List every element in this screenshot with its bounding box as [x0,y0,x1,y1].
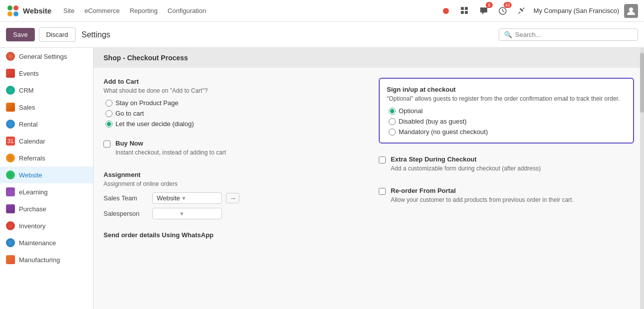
whatsapp-title: Send order details Using WhatsApp [104,231,359,239]
radio-let-user-decide[interactable]: Let the user decide (dialog) [106,120,359,128]
sidebar-item-rental[interactable]: Rental [0,116,93,133]
sidebar-label-calendar: Calendar [19,138,45,145]
svg-rect-5 [465,7,468,10]
sales-team-link-btn[interactable]: → [226,193,239,203]
sidebar-item-purchase[interactable]: Purchase [0,200,93,217]
sidebar-label-elearning: eLearning [19,188,48,196]
app-name: Website [23,6,51,15]
purchase-icon [6,204,15,213]
sidebar-item-events[interactable]: Events [0,65,93,82]
radio-stay-label: Stay on Product Page [115,99,178,107]
reorder-block: Re-order From Portal Allow your customer… [379,187,634,208]
sidebar-item-sales[interactable]: Sales [0,99,93,116]
reorder-desc: Allow your customer to add products from… [391,196,574,203]
svg-point-1 [13,5,18,10]
svg-point-3 [13,11,18,16]
content-body: Add to Cart What should be done on "Add … [94,68,644,261]
status-dot[interactable] [439,4,453,18]
crm-icon [6,86,15,95]
nav-reporting[interactable]: Reporting [125,5,161,16]
sidebar-label-sales: Sales [19,104,35,111]
grid-icon [460,6,469,15]
svg-line-10 [503,11,504,12]
sidebar-item-maintenance[interactable]: Maintenance [0,234,93,251]
sidebar-item-website[interactable]: Website [0,166,93,183]
assignment-desc: Assignment of online orders [104,180,359,187]
assignment-title: Assignment [104,171,359,178]
svg-point-2 [7,11,12,16]
radio-disabled[interactable]: Disabled (buy as guest) [389,118,626,125]
radio-decide-input[interactable] [106,121,112,128]
reorder-checkbox[interactable] [379,188,386,195]
extra-step-checkbox[interactable] [379,156,386,163]
buy-now-desc: Instant checkout, instead of adding to c… [115,149,226,156]
sidebar-item-elearning[interactable]: eLearning [0,183,93,200]
salesperson-label: Salesperson [104,210,148,217]
radio-stay-on-page[interactable]: Stay on Product Page [106,99,359,107]
app-logo[interactable]: Website [6,4,51,18]
buy-now-block: Buy Now Instant checkout, instead of add… [104,140,359,161]
sidebar-item-general-settings[interactable]: General Settings [0,48,93,65]
nav-configuration[interactable]: Configuration [164,5,210,16]
sidebar-label-manufacturing: Manufacturing [19,256,60,264]
reorder-content: Re-order From Portal Allow your customer… [391,187,574,208]
search-input[interactable] [515,31,633,38]
buy-now-content: Buy Now Instant checkout, instead of add… [115,140,226,161]
manufacturing-icon [6,255,15,264]
svg-rect-6 [461,11,464,14]
wrench-icon [517,6,526,15]
sidebar-item-referrals[interactable]: Referrals [0,150,93,166]
radio-mandatory[interactable]: Mandatory (no guest checkout) [389,128,626,136]
settings-btn[interactable] [515,4,529,18]
sidebar-label-general: General Settings [19,53,67,60]
radio-go-to-cart[interactable]: Go to cart [106,110,359,117]
radio-disabled-input[interactable] [389,118,396,125]
radio-cart-input[interactable] [106,110,112,117]
svg-rect-11 [520,8,524,12]
messages-badge: 6 [486,2,493,8]
toolbar: Save Discard Settings 🔍 [0,22,644,48]
radio-stay-input[interactable] [106,100,112,107]
search-box[interactable]: 🔍 [499,28,638,41]
radio-mandatory-input[interactable] [389,129,396,136]
add-to-cart-title: Add to Cart [104,78,359,85]
save-button[interactable]: Save [6,28,35,41]
sidebar-item-manufacturing[interactable]: Manufacturing [0,251,93,268]
sign-in-desc: "Optional" allows guests to register fro… [387,95,626,102]
sidebar-label-maintenance: Maintenance [19,239,56,247]
sales-team-select[interactable]: Website ▾ [152,192,222,204]
messages-btn[interactable]: 6 [477,4,491,18]
user-avatar[interactable] [624,4,638,18]
content-area: Shop - Checkout Process Add to Cart What… [94,48,644,309]
salesperson-select[interactable]: ▾ [152,208,222,219]
buy-now-checkbox[interactable] [104,141,110,148]
toolbar-title: Settings [82,30,110,39]
sidebar: General Settings Events CRM Sales Rental… [0,48,94,309]
website-icon [6,170,15,179]
discard-button[interactable]: Discard [39,27,76,42]
sign-in-title: Sign in/up at checkout [387,86,626,93]
radio-optional[interactable]: Optional [389,107,626,115]
nav-right: 6 42 My Company (San Francisco) [439,4,638,18]
radio-cart-label: Go to cart [115,110,144,117]
sales-icon [6,103,15,112]
sidebar-item-calendar[interactable]: 31 Calendar [0,133,93,150]
activities-btn[interactable]: 42 [496,4,510,18]
scrollbar-thumb[interactable] [640,53,644,113]
nav-ecommerce[interactable]: eCommerce [81,5,124,16]
sidebar-item-crm[interactable]: CRM [0,82,93,99]
nav-site[interactable]: Site [59,5,78,16]
radio-optional-input[interactable] [389,108,396,115]
referrals-icon [6,154,15,162]
grid-icon-btn[interactable] [458,4,472,18]
add-to-cart-options: Stay on Product Page Go to cart Let the … [104,99,359,128]
sales-team-row: Sales Team Website ▾ → [104,192,359,204]
left-column: Add to Cart What should be done on "Add … [104,78,359,251]
sales-team-value: Website [157,194,180,202]
sidebar-item-inventory[interactable]: Inventory [0,217,93,234]
sidebar-label-crm: CRM [19,87,34,94]
assignment-block: Assignment Assignment of online orders S… [104,171,359,219]
company-name[interactable]: My Company (San Francisco) [534,7,619,14]
svg-rect-7 [465,11,468,14]
radio-optional-label: Optional [399,107,423,115]
